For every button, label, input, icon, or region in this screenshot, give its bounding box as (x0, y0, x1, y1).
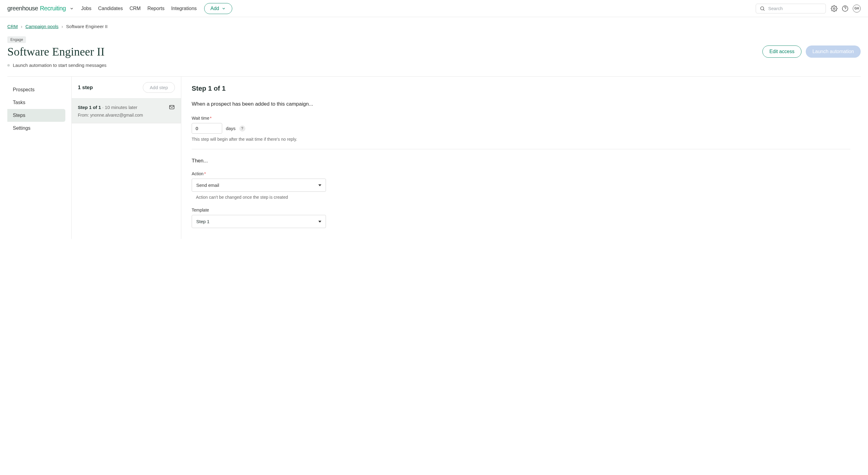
chevron-right-icon: › (62, 24, 63, 29)
wait-time-row: days ? (192, 123, 850, 134)
nav-link-integrations[interactable]: Integrations (171, 6, 197, 11)
action-help: Action can't be changed once the step is… (196, 195, 850, 200)
wait-time-label: Wait time* (192, 116, 850, 121)
edit-access-button[interactable]: Edit access (763, 46, 802, 58)
breadcrumb-link-pools[interactable]: Campaign pools (25, 24, 58, 29)
nav-links: Jobs Candidates CRM Reports Integrations (81, 6, 197, 11)
search-icon (760, 6, 765, 11)
page-title: Software Engineer II (7, 45, 105, 58)
chevron-down-icon (70, 6, 74, 11)
breadcrumb: CRM › Campaign pools › Software Engineer… (7, 24, 861, 29)
template-select-value: Step 1 (196, 219, 209, 224)
status-dot-icon (7, 64, 10, 66)
add-button[interactable]: Add (204, 3, 232, 14)
status-line: Launch automation to start sending messa… (7, 63, 861, 68)
step-card-title: Step 1 of 1 · 10 minutes later (78, 105, 137, 110)
svg-point-3 (842, 5, 848, 11)
sidenav-item-steps[interactable]: Steps (7, 109, 65, 122)
wait-time-help: This step will begin after the wait time… (192, 137, 850, 142)
breadcrumb-link-crm[interactable]: CRM (7, 24, 18, 29)
logo-word-recruiting: Recruiting (40, 5, 66, 12)
avatar-initials: GH (855, 7, 859, 10)
nav-link-jobs[interactable]: Jobs (81, 6, 92, 11)
search-input[interactable] (768, 6, 822, 11)
engage-badge: Engage (7, 36, 26, 43)
chevron-down-icon (222, 6, 226, 11)
search-box[interactable] (756, 4, 826, 13)
add-step-button[interactable]: Add step (143, 82, 175, 93)
sidenav-item-settings[interactable]: Settings (7, 122, 65, 135)
step-list-header: 1 step Add step (72, 77, 181, 98)
title-actions: Edit access Launch automation (763, 46, 861, 58)
template-label: Template (192, 208, 850, 212)
caret-down-icon (318, 184, 321, 186)
svg-line-1 (763, 9, 764, 10)
nav-link-reports[interactable]: Reports (147, 6, 164, 11)
wait-time-input[interactable] (192, 123, 222, 134)
add-button-label: Add (211, 6, 219, 11)
logo-word-greenhouse: greenhouse (7, 5, 38, 12)
nav-link-crm[interactable]: CRM (129, 6, 141, 11)
svg-point-0 (761, 7, 764, 10)
page-header: CRM › Campaign pools › Software Engineer… (0, 17, 868, 239)
gear-icon[interactable] (831, 5, 837, 12)
action-select[interactable]: Send email (192, 179, 326, 192)
step-list-panel: 1 step Add step Step 1 of 1 · 10 minutes… (71, 77, 181, 239)
breadcrumb-current: Software Engineer II (66, 24, 108, 29)
step-count-label: 1 step (78, 85, 93, 91)
divider (192, 149, 850, 149)
days-label: days (226, 126, 236, 131)
caret-down-icon (318, 221, 321, 222)
detail-intro: When a prospect has been added to this c… (192, 101, 850, 107)
side-nav: Prospects Tasks Steps Settings (7, 77, 71, 239)
body-columns: Prospects Tasks Steps Settings 1 step Ad… (7, 76, 861, 239)
step-card-from: From: ynonne.alvarez@gmail.com (78, 113, 175, 118)
svg-point-2 (833, 8, 835, 9)
status-text: Launch automation to start sending messa… (13, 63, 106, 68)
step-card[interactable]: Step 1 of 1 · 10 minutes later From: yno… (72, 98, 181, 123)
action-select-value: Send email (196, 183, 219, 188)
top-nav: greenhouse Recruiting Jobs Candidates CR… (0, 0, 868, 17)
product-switcher[interactable]: greenhouse Recruiting (7, 5, 74, 12)
sidenav-item-tasks[interactable]: Tasks (7, 96, 65, 109)
help-tooltip-icon[interactable]: ? (239, 125, 245, 131)
help-icon[interactable] (842, 5, 848, 12)
template-select[interactable]: Step 1 (192, 215, 326, 228)
then-heading: Then... (192, 158, 850, 164)
launch-automation-button[interactable]: Launch automation (806, 46, 861, 58)
top-icons: GH (831, 5, 861, 12)
action-label: Action* (192, 171, 850, 176)
nav-link-candidates[interactable]: Candidates (98, 6, 123, 11)
detail-heading: Step 1 of 1 (192, 85, 850, 92)
step-detail-panel: Step 1 of 1 When a prospect has been add… (181, 77, 861, 239)
mail-icon (169, 104, 175, 110)
chevron-right-icon: › (21, 24, 22, 29)
sidenav-item-prospects[interactable]: Prospects (7, 83, 65, 96)
avatar[interactable]: GH (853, 5, 861, 12)
